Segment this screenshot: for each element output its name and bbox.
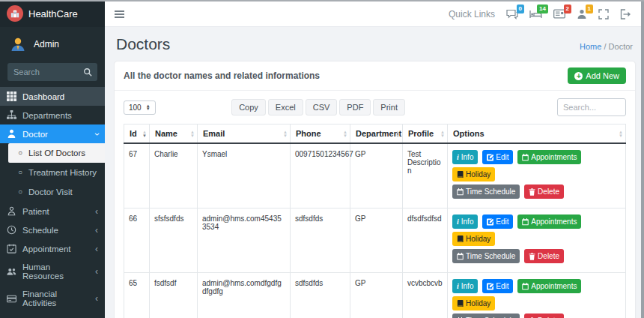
- sidebar-item-prescription[interactable]: Rx Prescription: [0, 312, 105, 318]
- appointments-button[interactable]: Appointments: [517, 214, 581, 229]
- print-button[interactable]: Print: [373, 99, 405, 116]
- cell-phone: sdfsdfds: [291, 273, 350, 318]
- book-icon: [457, 300, 464, 308]
- sidebar-item-human-resources[interactable]: Human Resources: [0, 258, 105, 285]
- copy-button[interactable]: Copy: [231, 99, 266, 116]
- chevron-left-icon: [95, 268, 98, 275]
- sidebar-item-appointment[interactable]: Appointment: [0, 239, 105, 258]
- delete-button[interactable]: Delete: [524, 184, 564, 199]
- trash-icon: [529, 253, 535, 260]
- pencil-square-icon: [487, 154, 493, 161]
- table-search-input[interactable]: [557, 98, 626, 116]
- expand-icon[interactable]: [598, 9, 609, 20]
- page-header: Doctors Home / Doctor: [115, 34, 635, 62]
- col-department[interactable]: Department: [350, 124, 403, 144]
- holiday-button[interactable]: Holiday: [452, 232, 495, 246]
- cell-name: sfsfsdfds: [150, 208, 198, 273]
- chat-icon[interactable]: 0: [506, 9, 518, 20]
- pencil-square-icon: [487, 283, 493, 290]
- csv-button[interactable]: CSV: [306, 99, 338, 116]
- delete-button[interactable]: Delete: [524, 249, 564, 263]
- plus-circle-icon: [574, 72, 583, 80]
- page-size-select[interactable]: 100: [124, 100, 156, 115]
- breadcrumb-home-link[interactable]: Home: [580, 42, 601, 51]
- excel-button[interactable]: Excel: [268, 99, 303, 116]
- sort-icon: [619, 130, 623, 137]
- info-button[interactable]: Info: [452, 150, 478, 164]
- info-button[interactable]: Info: [452, 214, 478, 229]
- appointments-button[interactable]: Appointments: [517, 150, 581, 164]
- cell-name: fsdfsdf: [150, 273, 198, 318]
- user-icon[interactable]: 1: [577, 9, 587, 20]
- card-header: All the doctor names and related informa…: [115, 62, 635, 91]
- delete-button[interactable]: Delete: [524, 314, 564, 318]
- cell-phone: 00971501234567: [291, 143, 350, 208]
- navbar-right: Quick Links 0 14 2 1: [449, 9, 631, 20]
- sidebar-toggle-button[interactable]: [115, 10, 124, 18]
- sidebar-item-schedule[interactable]: Schedule: [0, 220, 105, 239]
- col-options[interactable]: Options: [448, 124, 626, 144]
- chat-badge: 0: [517, 4, 524, 14]
- add-new-button[interactable]: Add New: [568, 68, 626, 84]
- table-row: 66 sfsfsdfds admin@hms.com454353534 sdfs…: [124, 208, 626, 273]
- brand[interactable]: HealthCare: [0, 0, 105, 27]
- sidebar-item-financial-activities[interactable]: Financial Activities: [0, 285, 105, 312]
- edit-button[interactable]: Edit: [482, 150, 513, 164]
- calendar-icon: [522, 218, 529, 226]
- sidebar-item-label: Doctor: [22, 130, 48, 139]
- col-id[interactable]: Id: [124, 124, 150, 144]
- pdf-button[interactable]: PDF: [339, 99, 371, 116]
- users-icon: [7, 267, 16, 277]
- sidebar-search-input[interactable]: [7, 63, 78, 81]
- card-icon[interactable]: 2: [553, 9, 565, 19]
- chevron-down-icon: [93, 133, 100, 136]
- patient-icon: [7, 206, 16, 216]
- sidebar-item-departments[interactable]: Departments: [0, 106, 105, 124]
- col-email[interactable]: Email: [198, 124, 291, 144]
- sidebar-subitem-list-of-doctors[interactable]: List Of Doctors: [8, 143, 105, 163]
- appointments-button[interactable]: Appointments: [517, 279, 581, 293]
- sitemap-icon: [7, 110, 16, 120]
- doctor-submenu: List Of Doctors Treatment History Doctor…: [0, 143, 105, 202]
- cell-department: GP: [350, 208, 403, 273]
- sort-icon: [142, 130, 147, 137]
- sidebar-item-doctor[interactable]: Doctor: [0, 124, 105, 143]
- user-panel[interactable]: Admin: [0, 27, 105, 60]
- sidebar: HealthCare Admin Dashboard Departments D…: [0, 0, 105, 318]
- top-navbar: Quick Links 0 14 2 1: [105, 2, 641, 27]
- info-icon: [457, 218, 459, 226]
- select-arrows-icon: [146, 104, 151, 110]
- col-profile[interactable]: Profile: [403, 124, 448, 144]
- export-buttons: Copy Excel CSV PDF Print: [231, 99, 405, 116]
- edit-button[interactable]: Edit: [482, 214, 513, 229]
- info-icon: [457, 282, 459, 290]
- time-schedule-button[interactable]: Time Schedule: [452, 249, 520, 263]
- quick-links[interactable]: Quick Links: [449, 9, 495, 20]
- calendar-icon: [522, 283, 529, 290]
- signout-icon[interactable]: [620, 9, 631, 20]
- hospital-logo-icon: [7, 5, 23, 22]
- holiday-button[interactable]: Holiday: [452, 296, 495, 310]
- holiday-button[interactable]: Holiday: [452, 167, 495, 182]
- col-name[interactable]: Name: [150, 124, 198, 144]
- doctors-table: Id Name Email Phone Department Profile O…: [124, 124, 626, 318]
- time-schedule-button[interactable]: Time Schedule: [452, 314, 520, 318]
- sidebar-item-patient[interactable]: Patient: [0, 202, 105, 220]
- time-schedule-button[interactable]: Time Schedule: [452, 184, 520, 199]
- sidebar-item-label: Departments: [22, 111, 72, 120]
- table-row: 65 fsdfsdf admin@hms.comdfgdfgdfgdfg sdf…: [124, 273, 626, 318]
- credit-card-icon: [7, 294, 16, 304]
- window-top-edge: [0, 0, 644, 2]
- circle-icon: [18, 169, 22, 176]
- sidebar-item-dashboard[interactable]: Dashboard: [0, 87, 105, 106]
- calendar-check-icon: [7, 244, 16, 254]
- col-phone[interactable]: Phone: [291, 124, 350, 144]
- info-button[interactable]: Info: [452, 279, 478, 293]
- subitem-label: List Of Doctors: [28, 148, 85, 158]
- sidebar-search-button[interactable]: [78, 63, 97, 81]
- edit-button[interactable]: Edit: [482, 279, 513, 293]
- sidebar-subitem-doctor-visit[interactable]: Doctor Visit: [0, 182, 105, 202]
- vertical-scrollbar[interactable]: [641, 2, 644, 318]
- sidebar-subitem-treatment-history[interactable]: Treatment History: [0, 163, 105, 182]
- bed-icon[interactable]: 14: [529, 9, 542, 20]
